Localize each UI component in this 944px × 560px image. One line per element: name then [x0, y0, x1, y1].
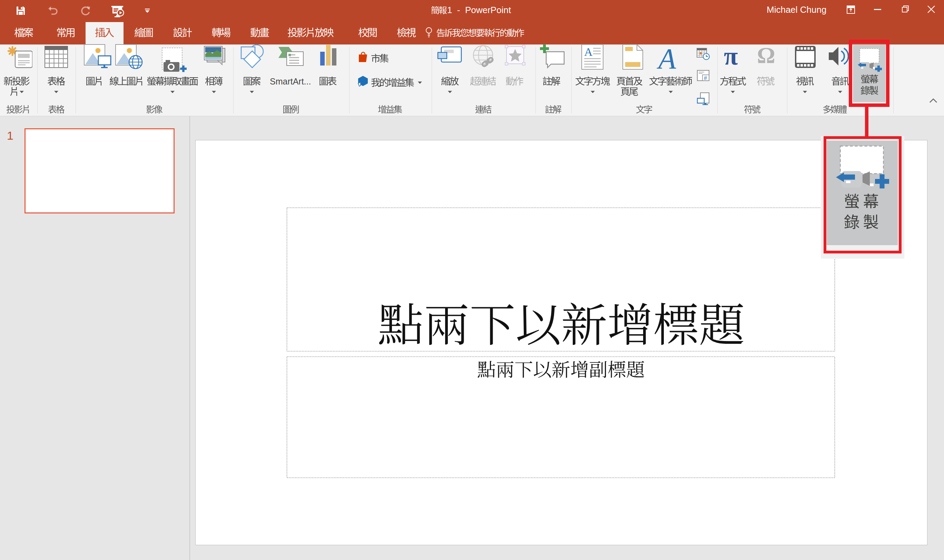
svg-text:A: A [584, 46, 593, 58]
svg-text:#: # [704, 75, 707, 81]
